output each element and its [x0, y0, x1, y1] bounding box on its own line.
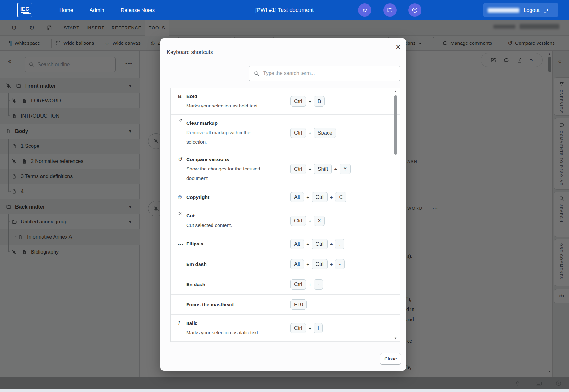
iec-logo-text: IEC [20, 7, 29, 11]
nav-item-admin[interactable]: Admin [90, 7, 104, 13]
key-chip: Ctrl [290, 216, 306, 226]
key-chip: Ctrl [312, 192, 328, 202]
shortcut-row-cut: CutCut selected content.Ctrl+X [171, 207, 400, 234]
blank-icon [178, 280, 186, 289]
plus-separator: + [309, 130, 311, 135]
key-chip: Ctrl [312, 239, 328, 249]
app-window: IEC HomeAdminRelease Notes [PWI #1] Test… [0, 0, 569, 392]
key-chip: Ctrl [290, 96, 306, 107]
shortcut-info: IItalicMarks your selection as italic te… [178, 319, 290, 337]
shortcut-info: Clear markupRemove all markup within the… [178, 118, 290, 147]
history-icon: ↺ [178, 155, 186, 183]
documentation-button[interactable] [383, 3, 397, 17]
key-chip: Shift [314, 164, 332, 174]
shortcut-name: Compare versions [186, 155, 268, 164]
key-chip: Ctrl [290, 128, 306, 138]
key-chip: X [314, 216, 325, 226]
plus-separator: + [309, 218, 311, 223]
shortcut-list: ▲ ▼ BBoldMarks your selection as bold te… [170, 88, 400, 342]
blank-icon [178, 300, 186, 309]
copyright-icon: © [178, 193, 186, 202]
bottom-strip [0, 389, 569, 392]
help-button[interactable] [408, 3, 421, 17]
shortcut-row-en-dash: En dashCtrl+- [171, 274, 400, 295]
document-title: [PWI #1] Test document [255, 0, 314, 20]
shortcut-name: Focus the masthead [186, 300, 234, 309]
list-scroll-up-icon[interactable]: ▲ [394, 90, 397, 93]
key-chip: Ctrl [290, 164, 306, 174]
shortcut-search[interactable] [249, 66, 400, 81]
shortcut-search-input[interactable] [263, 70, 395, 77]
list-scrollbar-thumb[interactable] [394, 95, 397, 155]
shortcut-description: Cut selected content. [186, 221, 232, 230]
plus-separator: + [334, 166, 337, 172]
logout-button[interactable]: Logout [483, 3, 558, 17]
shortcut-info: ©Copyright [178, 193, 290, 202]
key-chip: . [335, 239, 344, 249]
scissors-icon [178, 211, 186, 230]
shortcut-description: Show the changes for the focused documen… [186, 164, 268, 183]
shortcut-info: Em dash [178, 260, 290, 269]
key-chip: Alt [290, 259, 304, 269]
shortcut-row-clear-markup: Clear markupRemove all markup within the… [171, 115, 400, 151]
dialog-title: Keyboard shortcuts [167, 49, 213, 55]
plus-separator: + [309, 326, 311, 331]
shortcut-keys: Alt+Ctrl+C [290, 192, 346, 202]
key-chip: C [335, 192, 346, 202]
shortcut-row-ellipsis: •••EllipsisAlt+Ctrl+. [171, 234, 400, 254]
shortcut-keys: Alt+Ctrl+. [290, 239, 344, 249]
shortcut-name: Ellipsis [186, 239, 203, 249]
shortcut-name: En dash [186, 280, 205, 289]
book-icon [387, 7, 393, 13]
shortcut-description: Remove all markup within the selection. [186, 128, 268, 147]
shortcut-info: CutCut selected content. [178, 211, 290, 230]
shortcut-keys: F10 [290, 299, 307, 310]
key-chip: I [314, 323, 323, 333]
redacted-username [488, 8, 519, 13]
shortcut-row-copyright: ©CopyrightAlt+Ctrl+C [171, 187, 400, 207]
key-chip: Ctrl [290, 279, 306, 290]
plus-separator: + [330, 194, 333, 200]
iec-logo[interactable]: IEC [17, 3, 32, 17]
key-chip: Ctrl [290, 323, 306, 333]
megaphone-icon [362, 7, 368, 13]
key-chip: Alt [290, 192, 304, 202]
plus-separator: + [330, 241, 333, 247]
logout-icon [543, 7, 549, 13]
shortcut-keys: Ctrl+Shift+Y [290, 164, 351, 174]
shortcut-row-compare-versions: ↺Compare versionsShow the changes for th… [171, 151, 400, 187]
shortcut-name: Em dash [186, 260, 207, 269]
shortcut-description: Marks your selection as bold text [186, 101, 258, 111]
top-navbar: IEC HomeAdminRelease Notes [PWI #1] Test… [0, 0, 569, 20]
key-chip: Y [340, 164, 351, 174]
shortcut-name: Clear markup [186, 118, 268, 128]
plus-separator: + [309, 99, 311, 104]
plus-separator: + [306, 262, 309, 267]
shortcut-info: BBoldMarks your selection as bold text [178, 92, 290, 111]
key-chip: B [314, 96, 325, 107]
plus-separator: + [306, 194, 309, 200]
shortcut-info: •••Ellipsis [178, 239, 290, 249]
plus-separator: + [306, 241, 309, 247]
bold-icon: B [178, 92, 186, 111]
shortcut-keys: Ctrl+B [290, 96, 325, 107]
key-chip: - [314, 279, 323, 290]
shortcut-info: En dash [178, 280, 290, 289]
plus-separator: + [330, 262, 333, 267]
nav-item-home[interactable]: Home [59, 7, 73, 13]
key-chip: F10 [290, 299, 307, 310]
key-chip: - [335, 259, 345, 269]
plus-separator: + [309, 282, 311, 287]
ellipsis-icon: ••• [178, 239, 186, 249]
key-chip: Ctrl [312, 259, 328, 269]
italic-icon: I [178, 319, 186, 337]
shortcut-keys: Alt+Ctrl+- [290, 259, 345, 269]
shortcut-row-italic: IItalicMarks your selection as italic te… [171, 315, 400, 342]
close-button[interactable]: Close [380, 353, 401, 365]
announcements-button[interactable] [358, 3, 371, 17]
close-icon[interactable]: × [394, 41, 403, 53]
shortcut-row-bold: BBoldMarks your selection as bold textCt… [171, 88, 400, 115]
list-scroll-down-icon[interactable]: ▼ [394, 337, 397, 340]
shortcut-row-em-dash: Em dashAlt+Ctrl+- [171, 254, 400, 274]
nav-item-release-notes[interactable]: Release Notes [121, 7, 155, 13]
